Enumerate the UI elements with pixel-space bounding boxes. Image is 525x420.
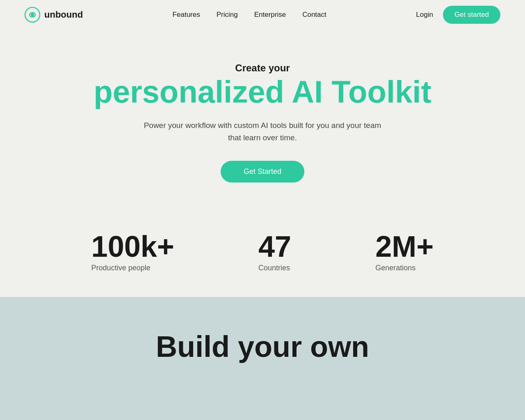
stat-label-1: Countries <box>258 264 290 272</box>
logo-text: unbound <box>44 9 83 20</box>
stat-productive-people: 100k+ Productive people <box>91 232 174 272</box>
get-started-button-nav[interactable]: Get started <box>443 6 500 24</box>
hero-title: Create your personalized AI Toolkit <box>94 62 431 119</box>
hero-title-line2: personalized AI Toolkit <box>94 74 431 110</box>
logo-link[interactable]: unbound <box>25 7 83 23</box>
stat-number-2: 2M+ <box>375 232 434 261</box>
nav-links: Features Pricing Enterprise Contact <box>173 11 326 19</box>
svg-point-1 <box>31 13 34 16</box>
stat-number-1: 47 <box>258 232 291 261</box>
nav-item-pricing[interactable]: Pricing <box>217 11 238 19</box>
login-button[interactable]: Login <box>416 11 433 19</box>
stat-generations: 2M+ Generations <box>375 232 434 272</box>
stats-section: 100k+ Productive people 47 Countries 2M+… <box>0 207 525 297</box>
unbound-logo-icon <box>25 7 40 23</box>
navbar: unbound Features Pricing Enterprise Cont… <box>0 0 525 30</box>
nav-link-contact[interactable]: Contact <box>302 11 326 18</box>
stat-label-2: Generations <box>375 264 415 272</box>
stat-label-0: Productive people <box>91 264 151 272</box>
get-started-button-hero[interactable]: Get Started <box>221 161 304 183</box>
stat-countries: 47 Countries <box>258 232 291 272</box>
nav-link-features[interactable]: Features <box>173 11 200 18</box>
nav-item-contact[interactable]: Contact <box>302 11 326 19</box>
hero-section: Create your personalized AI Toolkit Powe… <box>0 30 525 207</box>
hero-subtitle: Power your workflow with custom AI tools… <box>144 119 381 144</box>
nav-item-features[interactable]: Features <box>173 11 200 19</box>
nav-item-enterprise[interactable]: Enterprise <box>254 11 286 19</box>
nav-right: Login Get started <box>416 6 500 24</box>
nav-link-pricing[interactable]: Pricing <box>217 11 238 18</box>
nav-link-enterprise[interactable]: Enterprise <box>254 11 286 18</box>
second-section-title: Build your own <box>156 330 369 363</box>
second-section: Build your own <box>0 297 525 420</box>
hero-title-line1: Create your <box>235 62 290 73</box>
stat-number-0: 100k+ <box>91 232 174 261</box>
